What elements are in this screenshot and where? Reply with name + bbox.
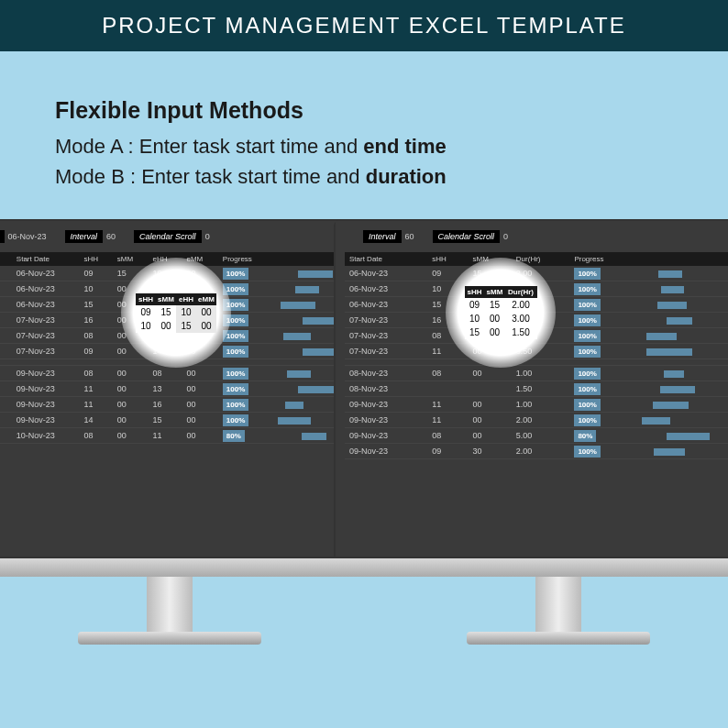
gantt-bar <box>281 302 316 309</box>
progress-badge: 100% <box>574 383 600 395</box>
progress-badge: 100% <box>223 383 248 395</box>
stand-right <box>535 577 581 632</box>
calscroll-label-r: Calendar Scroll <box>433 230 501 243</box>
col-header: Assignee <box>0 252 12 266</box>
mode-a-text: Mode A : Enter task start time and end t… <box>55 131 673 161</box>
foot-right <box>467 632 650 645</box>
gantt-bar <box>287 370 311 378</box>
gantt-bar <box>302 433 326 440</box>
foot-left <box>78 632 261 645</box>
progress-badge: 100% <box>223 399 248 411</box>
gantt-bar <box>278 417 311 425</box>
table-row[interactable]: 09-Nov-2308005.0080% <box>345 428 728 444</box>
calscroll-value-r[interactable]: 0 <box>503 232 508 241</box>
col-header: Progress <box>569 252 636 266</box>
desc-title: Flexible Input Methods <box>55 97 673 124</box>
progress-badge: 100% <box>574 283 600 295</box>
col-header: sMM <box>113 252 149 266</box>
gantt-bar <box>642 417 671 425</box>
description-block: Flexible Input Methods Mode A : Enter ta… <box>0 51 728 219</box>
col-header: sHH <box>80 252 113 266</box>
toolbar-right: Interval 60 Calendar Scroll 0 <box>345 230 728 243</box>
gantt-bar <box>285 402 303 409</box>
table-row[interactable]: Jill09-Nov-2311001600100% <box>0 397 383 413</box>
gantt-bar <box>295 286 319 293</box>
gantt-bar <box>283 333 310 340</box>
progress-badge: 100% <box>223 414 248 426</box>
progress-badge: 100% <box>574 346 600 358</box>
progress-badge: 100% <box>574 330 600 342</box>
table-row[interactable]: 08-Nov-2308001.00100% <box>345 366 728 381</box>
table-row[interactable]: 09-Nov-2311002.00100% <box>345 413 728 428</box>
spotlight-mode-a: sHH sMM eHH eMM 09 15 10 00 10 00 15 00 <box>121 258 231 368</box>
col-header: Progress <box>218 252 273 266</box>
calscroll-value[interactable]: 0 <box>205 232 210 241</box>
gantt-bar <box>661 286 684 293</box>
gantt-bar <box>646 348 692 356</box>
gantt-bar <box>298 270 334 278</box>
table-row[interactable]: 09-Nov-2309302.00100% <box>345 444 728 459</box>
monitors-container: Start Date 06-Nov-23 Interval 60 Calenda… <box>0 219 728 696</box>
progress-badge: 100% <box>574 414 600 426</box>
page-title: PROJECT MANAGEMENT EXCEL TEMPLATE <box>0 0 728 51</box>
progress-badge: 100% <box>223 268 248 280</box>
table-row[interactable] <box>345 359 728 366</box>
gantt-bar <box>657 302 687 309</box>
progress-badge: 80% <box>223 430 245 442</box>
table-row[interactable]: Sheryl10-Nov-230800110080% <box>0 428 383 444</box>
spotlight-mode-b: sHH sMM Dur(Hr) 09 15 2.00 10 00 3.00 15… <box>446 258 556 368</box>
progress-badge: 100% <box>574 314 600 326</box>
interval-label: Interval <box>65 230 104 243</box>
startdate-label: Start Date <box>0 230 5 243</box>
monitor-right: Interval 60 Calendar Scroll 0 Start Date… <box>334 219 728 558</box>
table-row[interactable]: 08-Nov-231.50100% <box>345 381 728 397</box>
table-row[interactable]: 09-Nov-2311001.00100% <box>345 397 728 413</box>
gantt-bar <box>298 386 336 393</box>
progress-badge: 100% <box>574 299 600 311</box>
gantt-bar <box>654 448 685 456</box>
progress-badge: 100% <box>223 346 248 358</box>
interval-value-r[interactable]: 60 <box>405 232 414 241</box>
gantt-bar <box>667 433 710 440</box>
table-row[interactable]: Jill09-Nov-2311001300100% <box>0 381 383 397</box>
stand-left <box>147 577 193 632</box>
col-header: sHH <box>427 252 468 266</box>
toolbar-left: Start Date 06-Nov-23 Interval 60 Calenda… <box>0 230 383 243</box>
table-row[interactable]: Jack09-Nov-2308000800100% <box>0 366 383 381</box>
table-row[interactable]: Mark09-Nov-2314001500100% <box>0 413 383 428</box>
startdate-value[interactable]: 06-Nov-23 <box>8 232 47 241</box>
gantt-bar <box>660 386 695 393</box>
gantt-bar <box>653 402 689 409</box>
calscroll-label: Calendar Scroll <box>134 230 202 243</box>
progress-badge: 100% <box>574 368 600 380</box>
progress-badge: 80% <box>574 430 596 442</box>
screen-right: Interval 60 Calendar Scroll 0 Start Date… <box>336 221 728 557</box>
gantt-bar <box>658 270 682 278</box>
progress-badge: 100% <box>223 368 248 380</box>
monitor-base-right <box>334 558 728 577</box>
col-header: Start Date <box>12 252 80 266</box>
col-header: Start Date <box>345 252 427 266</box>
progress-badge: 100% <box>574 446 600 458</box>
gantt-bar <box>664 370 683 378</box>
progress-badge: 100% <box>574 399 600 411</box>
progress-badge: 100% <box>574 268 600 280</box>
gantt-bar <box>667 317 691 325</box>
interval-value[interactable]: 60 <box>106 232 116 241</box>
mode-b-text: Mode B : Enter task start time and durat… <box>55 161 673 192</box>
interval-label-r: Interval <box>363 230 402 243</box>
gantt-bar <box>646 333 677 340</box>
